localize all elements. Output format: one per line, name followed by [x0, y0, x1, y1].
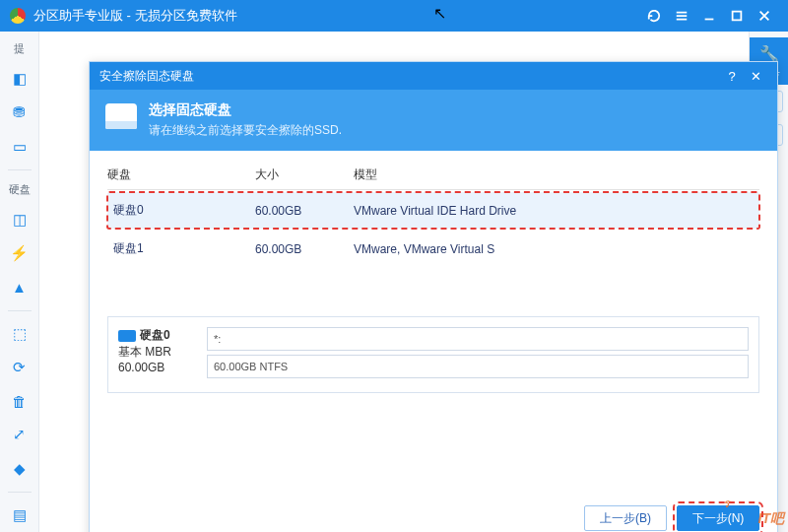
- partition-bar[interactable]: *:: [207, 327, 749, 351]
- col-disk: 硬盘: [107, 166, 255, 183]
- close-icon[interactable]: [751, 0, 778, 32]
- sidebar-reload-icon[interactable]: ⟳: [6, 355, 33, 380]
- wipe-ssd-dialog: 安全擦除固态硬盘 ? ✕ 选择固态硬盘 请在继续之前选择要安全擦除的SSD. 硬…: [89, 61, 778, 532]
- sidebar-list-icon[interactable]: ▤: [6, 502, 33, 528]
- maximize-icon[interactable]: [723, 0, 751, 32]
- detail-total: 60.00GB: [118, 361, 207, 374]
- left-sidebar: 提 ◧ ⛃ ▭ 硬盘 ◫ ⚡ ▲ ⬚ ⟳ 🗑 ⤢ ◆ ▤: [0, 32, 39, 532]
- disk-name: 硬盘0: [113, 203, 144, 217]
- sidebar-wizard-icon[interactable]: ◧: [6, 66, 33, 92]
- sidebar-clean-icon[interactable]: ▲: [6, 274, 33, 299]
- dialog-titlebar: 安全擦除固态硬盘 ? ✕: [90, 62, 777, 90]
- disk-size: 60.00GB: [255, 242, 354, 256]
- sidebar-disk-icon[interactable]: ⛃: [6, 100, 33, 125]
- eraser-icon: [105, 103, 137, 129]
- sidebar-lightning-icon[interactable]: ⚡: [6, 240, 33, 266]
- sidebar-cube-icon[interactable]: ⬚: [6, 320, 33, 346]
- sidebar-partition-icon[interactable]: ◫: [6, 207, 33, 233]
- table-row[interactable]: 硬盘0 60.00GB VMware Virtual IDE Hard Driv…: [107, 192, 759, 229]
- table-row[interactable]: 硬盘1 60.00GB VMware, VMware Virtual S: [107, 231, 759, 267]
- svg-rect-0: [733, 12, 742, 21]
- dialog-subheading: 请在继续之前选择要安全擦除的SSD.: [149, 122, 342, 139]
- sidebar-apply-label: 提: [14, 41, 25, 56]
- content-area: 🔧 工具 ▦ ☰ 安全擦除固态硬盘 ? ✕ 选择固态硬盘 请在继续之前选择要安全…: [39, 32, 788, 532]
- next-button[interactable]: 下一步(N): [677, 505, 759, 531]
- sidebar-section-label: 硬盘: [9, 182, 31, 197]
- refresh-icon[interactable]: [640, 0, 668, 32]
- col-model: 模型: [354, 166, 759, 183]
- sidebar-expand-icon[interactable]: ⤢: [6, 422, 33, 447]
- dialog-help-icon[interactable]: ?: [720, 69, 744, 84]
- col-size: 大小: [255, 166, 354, 183]
- sidebar-trash-icon[interactable]: 🗑: [6, 388, 33, 414]
- app-title: 分区助手专业版 - 无损分区免费软件: [33, 7, 237, 25]
- detail-type: 基本 MBR: [118, 344, 207, 361]
- disk-name: 硬盘1: [113, 241, 144, 255]
- dialog-header: 选择固态硬盘 请在继续之前选择要安全擦除的SSD.: [90, 90, 777, 151]
- disk-detail-panel: 硬盘0 基本 MBR 60.00GB *: 60.00GB NTFS: [107, 316, 759, 393]
- dialog-heading: 选择固态硬盘: [149, 101, 342, 119]
- main-titlebar: 分区助手专业版 - 无损分区免费软件: [0, 0, 788, 32]
- dialog-title: 安全擦除固态硬盘: [99, 68, 194, 85]
- sidebar-save-icon[interactable]: ▭: [6, 134, 33, 160]
- watermark-decor: ร: [723, 494, 729, 512]
- partition-bar[interactable]: 60.00GB NTFS: [207, 355, 749, 378]
- dialog-footer: 上一步(B) 下一步(N): [584, 505, 759, 531]
- disk-icon: [118, 330, 136, 342]
- watermark: IT吧: [758, 510, 784, 528]
- disk-table-header: 硬盘 大小 模型: [107, 161, 759, 190]
- sidebar-erase-icon[interactable]: ◆: [6, 456, 33, 482]
- disk-model: VMware, VMware Virtual S: [354, 242, 759, 256]
- detail-disk-name: 硬盘0: [140, 328, 170, 342]
- minimize-icon[interactable]: [695, 0, 723, 32]
- dialog-close-icon[interactable]: ✕: [744, 69, 767, 84]
- app-logo-icon: [10, 8, 26, 24]
- disk-size: 60.00GB: [255, 204, 354, 218]
- disk-model: VMware Virtual IDE Hard Drive: [354, 204, 759, 218]
- menu-icon[interactable]: [668, 0, 695, 32]
- back-button[interactable]: 上一步(B): [584, 505, 667, 531]
